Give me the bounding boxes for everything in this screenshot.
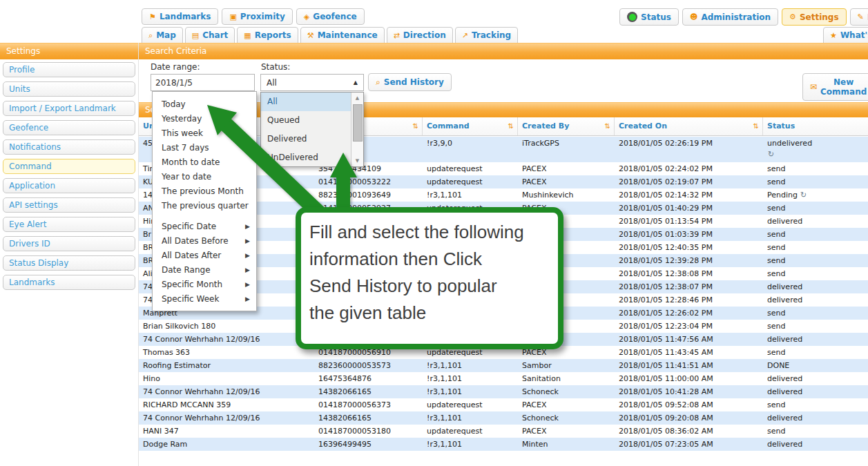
cell-status: send	[763, 320, 868, 333]
table-row[interactable]: Dodge Ram 16396499495 !r3,1,101 Minten 2…	[139, 438, 868, 451]
table-row[interactable]: Hino 16475364876 !r3,1,101 Sanitation 20…	[139, 372, 868, 385]
sidebar-item[interactable]: Import / Export Landmark	[3, 101, 135, 116]
cell-status: delivered	[763, 385, 868, 398]
date-menu-item-label: Today	[162, 99, 186, 109]
sidebar-item[interactable]: API settings	[3, 197, 135, 213]
cell-unit: Brian Silkovich 180	[139, 320, 314, 333]
sidebar-item[interactable]: Status Display	[3, 255, 135, 271]
cell-created-by: iTrackGPS	[518, 137, 615, 162]
sidebar-item[interactable]: Drivers ID	[3, 236, 135, 251]
table-row[interactable]: HANI 347 014187000053180 updaterequest P…	[139, 425, 868, 438]
sidebar-item-label: Landmarks	[9, 278, 55, 287]
submenu-arrow-icon: ▶	[245, 263, 250, 278]
table-header-cell[interactable]: Created On ⇅	[615, 117, 763, 135]
nav-tab[interactable]: ★ What's New	[823, 27, 868, 43]
table-row[interactable]: RICHARD MCCANN 359 014187000056373 updat…	[139, 398, 868, 411]
sidebar-item[interactable]: Eye Alert	[3, 217, 135, 232]
table-header-label: Created By	[522, 117, 569, 135]
cell-created-on: 2018/01/05 11:43:45 AM	[615, 346, 763, 359]
date-menu-item[interactable]: Specific Week ▶	[153, 292, 256, 307]
sidebar-item[interactable]: Application	[3, 178, 135, 193]
cell-unit: Dodge Ram	[139, 438, 314, 451]
send-history-button[interactable]: ⌕ Send History	[368, 73, 452, 91]
menu-separator	[153, 213, 256, 220]
flag-icon: ⚑	[149, 13, 156, 21]
nav-tab[interactable]: ⌕ Map	[142, 27, 183, 43]
nav-tab[interactable]: ↗ Tracking	[455, 27, 518, 43]
date-range-input[interactable]	[151, 74, 255, 91]
cell-status: send	[763, 307, 868, 320]
cell-status: delivered	[763, 280, 868, 293]
nav-tab[interactable]: ▣ Proximity	[222, 8, 292, 25]
date-menu-item[interactable]: All Dates After ▶	[153, 249, 256, 263]
refresh-icon[interactable]: ↻	[768, 149, 868, 160]
sidebar-item[interactable]: Notifications	[3, 139, 135, 155]
status-text: delivered	[767, 335, 802, 344]
scroll-up-icon[interactable]: ▲	[351, 93, 363, 103]
sidebar-item[interactable]: Units	[3, 81, 135, 97]
status-select[interactable]: All ▲	[260, 74, 364, 91]
status-option[interactable]: Delivered	[261, 130, 351, 148]
status-option[interactable]: Queued	[261, 111, 351, 130]
scroll-down-icon[interactable]: ▼	[351, 156, 363, 166]
date-menu-item[interactable]: Specific Date ▶	[153, 220, 256, 234]
nav-tab[interactable]: ☻ Administration	[682, 8, 778, 26]
cell-created-on: 2018/01/05 12:26:02 PM	[615, 307, 763, 320]
date-menu-item[interactable]: Year to date	[153, 170, 256, 184]
scrollbar-thumb[interactable]	[353, 104, 363, 142]
table-header-cell[interactable]: Created By ⇅	[518, 117, 615, 135]
date-menu-item[interactable]: Month to date	[153, 155, 256, 170]
date-menu-item[interactable]: Yesterday	[153, 112, 256, 126]
status-option[interactable]: All	[261, 93, 351, 111]
nav-tab[interactable]: ▦ Reports	[237, 27, 298, 43]
table-header-cell[interactable]: Status	[763, 117, 868, 135]
status-label: Status:	[261, 62, 290, 72]
status-text: delivered	[767, 414, 802, 423]
sort-icon[interactable]: ⇅	[605, 117, 610, 135]
dropdown-scrollbar[interactable]: ▲ ▼	[351, 93, 363, 166]
date-menu-item[interactable]: All Dates Before ▶	[153, 234, 256, 249]
sidebar-item[interactable]: Landmarks	[3, 275, 135, 290]
sidebar-item[interactable]: Geofence	[3, 120, 135, 135]
date-menu-item[interactable]: The previous quarter	[153, 199, 256, 213]
status-text: send	[767, 322, 785, 331]
reports-icon: ▦	[244, 32, 251, 39]
table-row[interactable]: 74 Connor Wehrhahn 12/09/16 14382066165 …	[139, 411, 868, 425]
table-row[interactable]: Roofing Estimator 882360000053573 !r3,1,…	[139, 359, 868, 372]
nav-tab[interactable]: Status	[619, 8, 679, 26]
status-option[interactable]: UnDelivered	[261, 148, 351, 167]
cell-created-by: Sambor	[518, 359, 615, 372]
sort-icon[interactable]: ⇅	[508, 117, 514, 135]
magnifier-icon: ⌕	[148, 32, 153, 39]
date-menu-item[interactable]: This week	[153, 126, 256, 141]
refresh-icon[interactable]: ↻	[800, 191, 807, 200]
date-menu-item[interactable]: Specific Month ▶	[153, 278, 256, 292]
nav-tab[interactable]: ⚒ Maintenance	[300, 27, 385, 43]
nav-tab[interactable]: ⚑ Landmarks	[142, 8, 218, 25]
table-header-cell[interactable]: Command ⇅	[423, 117, 518, 135]
nav-tab[interactable]: ✎ Feedback	[850, 8, 868, 26]
status-indicator-icon	[627, 12, 637, 22]
cell-created-on: 2018/01/05 02:19:07 PM	[615, 175, 763, 188]
date-menu-item[interactable]: Today	[153, 97, 256, 112]
date-menu-item[interactable]: Date Range ▶	[153, 263, 256, 278]
cell-status: send	[763, 228, 868, 241]
cell-command: !r3,1,101	[423, 359, 518, 372]
sort-icon[interactable]: ⇅	[753, 117, 759, 135]
status-text: send	[767, 230, 785, 239]
nav-tab[interactable]: ▤ Chart	[185, 27, 235, 43]
nav-tab[interactable]: ⚙ Settings	[782, 8, 847, 26]
table-row[interactable]: 74 Connor Wehrhahn 12/09/16 14382066165 …	[139, 385, 868, 398]
nav-tab[interactable]: ◈ Geofence	[296, 8, 365, 25]
nav-tab[interactable]: ⇄ Direction	[387, 27, 453, 43]
cell-created-on: 2018/01/05 09:52:08 AM	[615, 398, 763, 411]
sidebar-item[interactable]: Command	[3, 159, 135, 174]
sort-icon[interactable]: ⇅	[413, 117, 418, 135]
cell-status: delivered	[763, 215, 868, 228]
date-menu-item[interactable]: The previous Month	[153, 184, 256, 199]
status-text: undelivered	[767, 139, 812, 148]
new-command-button[interactable]: ✉ New Command	[802, 73, 868, 101]
date-range-label: Date range:	[151, 62, 200, 72]
date-menu-item[interactable]: Last 7 days	[153, 141, 256, 155]
sidebar-item[interactable]: Profile	[3, 62, 135, 77]
